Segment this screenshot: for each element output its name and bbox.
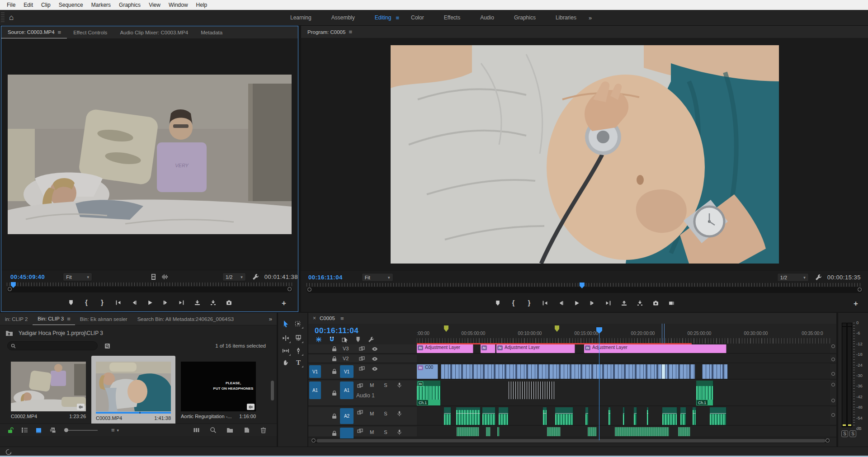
hand-tool[interactable] bbox=[280, 357, 291, 368]
timeline-clip-audio[interactable] bbox=[499, 407, 509, 425]
timeline-clip-audio[interactable]: Ch.1fx bbox=[417, 381, 441, 405]
comparison-view-button[interactable] bbox=[667, 298, 677, 307]
source-button-editor[interactable]: + bbox=[282, 299, 286, 308]
lock-icon[interactable] bbox=[332, 369, 337, 374]
step-back-button[interactable] bbox=[556, 298, 566, 307]
lock-icon[interactable] bbox=[332, 346, 337, 352]
lift-button[interactable] bbox=[619, 298, 629, 307]
timeline-clip-audio[interactable] bbox=[444, 407, 451, 425]
timeline-clip-audio[interactable] bbox=[482, 407, 495, 425]
program-scrub-start-handle[interactable] bbox=[307, 287, 311, 292]
program-button-editor[interactable]: + bbox=[854, 299, 858, 308]
track-name[interactable]: V2 bbox=[343, 356, 349, 361]
go-to-in-button[interactable] bbox=[113, 298, 123, 307]
voiceover-mic-icon[interactable] bbox=[397, 429, 401, 435]
workspace-tab-learning[interactable]: Learning bbox=[280, 14, 321, 21]
track-scroll-ring[interactable] bbox=[831, 372, 835, 376]
timeline-clip-audio[interactable] bbox=[680, 407, 686, 425]
track-output-eye-icon[interactable] bbox=[372, 367, 378, 371]
solo-button[interactable]: S bbox=[384, 411, 387, 416]
menu-edit[interactable]: Edit bbox=[19, 2, 37, 8]
scroll-left-handle[interactable] bbox=[311, 438, 316, 443]
selected-clip-highlight[interactable] bbox=[662, 364, 665, 379]
timeline-clip-audio[interactable] bbox=[585, 407, 589, 425]
track-content-a1[interactable]: Ch.1fxCh.1 bbox=[417, 381, 830, 405]
track-select-a3[interactable] bbox=[340, 428, 354, 439]
workspace-tab-effects[interactable]: Effects bbox=[434, 14, 470, 21]
extract-button[interactable] bbox=[635, 298, 645, 307]
project-writable-lock-icon[interactable] bbox=[7, 427, 14, 433]
source-resolution-select[interactable]: 1/2▾ bbox=[222, 273, 246, 281]
workspace-tab-audio[interactable]: Audio bbox=[470, 14, 504, 21]
source-scrub-start-handle[interactable] bbox=[8, 287, 12, 291]
lock-icon[interactable] bbox=[332, 431, 337, 436]
list-view-icon[interactable] bbox=[21, 427, 28, 433]
freeform-view-icon[interactable] bbox=[49, 427, 56, 433]
workspace-tab-libraries[interactable]: Libraries bbox=[546, 14, 586, 21]
audio-level-lines[interactable] bbox=[509, 382, 554, 399]
menu-sequence[interactable]: Sequence bbox=[55, 2, 87, 8]
scroll-thumb[interactable] bbox=[316, 439, 826, 443]
source-scrub-end-handle[interactable] bbox=[288, 287, 292, 291]
timeline-clip-adjustment-layer[interactable]: fxAdjustment Layer bbox=[417, 344, 473, 353]
drag-audio-only-icon[interactable] bbox=[161, 273, 168, 280]
track-select-forward-tool[interactable] bbox=[293, 318, 304, 329]
timeline-timecode[interactable]: 00:16:11:04 bbox=[315, 326, 359, 335]
bin-item-name[interactable]: Aortic Regurgitation -... bbox=[181, 414, 232, 419]
project-tab[interactable]: Bin: CLIP 3≡ bbox=[33, 313, 75, 325]
source-settings-wrench-icon[interactable] bbox=[252, 273, 259, 280]
menu-file[interactable]: File bbox=[3, 2, 19, 8]
sync-lock-icon[interactable] bbox=[359, 356, 365, 362]
workspace-tab-graphics[interactable]: Graphics bbox=[504, 14, 546, 21]
bin-item-c0003-selected[interactable]: C0003.MP4 1:41:38 bbox=[91, 356, 175, 433]
timeline-clip-audio[interactable] bbox=[647, 407, 649, 425]
menu-markers[interactable]: Markers bbox=[87, 2, 115, 8]
menu-window[interactable]: Window bbox=[165, 2, 192, 8]
bin-item-name[interactable]: C0003.MP4 bbox=[96, 415, 122, 421]
track-select-a1[interactable]: A1 bbox=[340, 382, 354, 399]
nest-toggle-icon[interactable] bbox=[316, 336, 322, 343]
menu-help[interactable]: Help bbox=[192, 2, 212, 8]
track-output-eye-icon[interactable] bbox=[372, 347, 378, 351]
track-name[interactable]: V3 bbox=[343, 346, 349, 351]
timeline-clip-audio[interactable] bbox=[543, 407, 547, 425]
export-frame-button[interactable] bbox=[651, 298, 661, 307]
mark-out-button[interactable]: } bbox=[524, 298, 534, 307]
solo-button[interactable]: S bbox=[384, 429, 387, 435]
type-tool[interactable]: T bbox=[293, 357, 304, 368]
solo-right-button[interactable]: S bbox=[849, 430, 856, 437]
delete-trash-icon[interactable] bbox=[260, 427, 267, 433]
menu-view[interactable]: View bbox=[145, 2, 165, 8]
workspace-tab-color[interactable]: Color bbox=[401, 14, 434, 21]
source-tab[interactable]: Audio Clip Mixer: C0003.MP4 bbox=[113, 26, 194, 38]
program-playhead-caret[interactable] bbox=[580, 283, 585, 288]
mute-button[interactable]: M bbox=[370, 382, 374, 388]
timeline-clip-audio[interactable] bbox=[547, 427, 561, 436]
project-tab[interactable]: Bin: Ek alınan sesler bbox=[75, 313, 132, 325]
source-playhead-caret[interactable] bbox=[11, 282, 16, 288]
bin-item-name[interactable]: C0002.MP4 bbox=[11, 414, 37, 419]
close-panel-icon[interactable]: × bbox=[313, 315, 316, 321]
pen-tool[interactable] bbox=[293, 345, 304, 356]
timeline-clip-audio[interactable] bbox=[662, 407, 677, 425]
sort-icons-button[interactable]: ≡ ▾ bbox=[111, 427, 119, 433]
timeline-clip-audio[interactable] bbox=[609, 407, 611, 425]
zoom-slider-handle[interactable] bbox=[64, 428, 68, 432]
sync-lock-icon[interactable] bbox=[357, 410, 363, 415]
lock-icon[interactable] bbox=[332, 414, 337, 419]
linked-selection-icon[interactable] bbox=[342, 336, 348, 343]
timeline-ruler[interactable]: :00:0000:05:00:0000:10:00:0000:15:00:000… bbox=[417, 330, 830, 344]
export-frame-button[interactable] bbox=[224, 298, 234, 307]
sync-lock-icon[interactable] bbox=[357, 429, 363, 434]
source-zoom-select[interactable]: Fit▾ bbox=[63, 273, 92, 281]
timeline-clip-audio[interactable]: Ch.1 bbox=[696, 381, 713, 405]
add-marker-icon[interactable] bbox=[355, 336, 361, 343]
track-scroll-ring[interactable] bbox=[831, 358, 835, 361]
navigate-up-icon[interactable] bbox=[5, 330, 13, 336]
tab-sequence-c0005[interactable]: C0005 bbox=[320, 316, 335, 321]
timeline-clip-audio[interactable] bbox=[588, 427, 597, 436]
track-content-v1[interactable]: fxC00 bbox=[417, 364, 830, 379]
track-content-v2[interactable] bbox=[417, 355, 830, 363]
mute-button[interactable]: M bbox=[370, 411, 374, 416]
timeline-clip-audio[interactable] bbox=[457, 427, 479, 436]
